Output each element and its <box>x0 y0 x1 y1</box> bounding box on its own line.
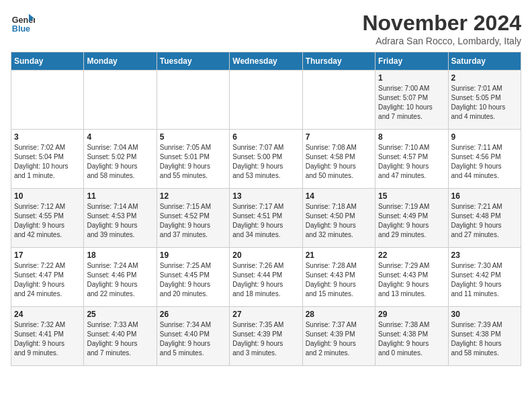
title-block: November 2024 Adrara San Rocco, Lombardy… <box>362 11 521 46</box>
day-info: Sunrise: 7:21 AM Sunset: 4:48 PM Dayligh… <box>451 202 518 240</box>
calendar-cell <box>157 71 229 130</box>
calendar-cell: 7Sunrise: 7:08 AM Sunset: 4:58 PM Daylig… <box>302 130 375 189</box>
day-number: 26 <box>160 310 226 319</box>
day-number: 18 <box>87 250 153 260</box>
calendar-cell <box>302 71 375 130</box>
location-subtitle: Adrara San Rocco, Lombardy, Italy <box>362 36 521 46</box>
day-info: Sunrise: 7:39 AM Sunset: 4:38 PM Dayligh… <box>451 320 518 358</box>
day-number: 11 <box>87 191 153 201</box>
day-info: Sunrise: 7:02 AM Sunset: 5:04 PM Dayligh… <box>14 143 81 181</box>
day-number: 8 <box>378 132 445 142</box>
day-info: Sunrise: 7:22 AM Sunset: 4:47 PM Dayligh… <box>14 261 81 299</box>
day-info: Sunrise: 7:30 AM Sunset: 4:42 PM Dayligh… <box>451 261 518 299</box>
day-info: Sunrise: 7:05 AM Sunset: 5:01 PM Dayligh… <box>160 143 226 181</box>
calendar-cell: 28Sunrise: 7:37 AM Sunset: 4:39 PM Dayli… <box>302 307 375 366</box>
weekday-header-sunday: Sunday <box>11 52 84 71</box>
weekday-header-wednesday: Wednesday <box>230 52 302 71</box>
calendar-cell: 20Sunrise: 7:26 AM Sunset: 4:44 PM Dayli… <box>230 248 302 307</box>
calendar-week-2: 3Sunrise: 7:02 AM Sunset: 5:04 PM Daylig… <box>11 130 521 189</box>
day-number: 29 <box>378 310 445 319</box>
day-number: 12 <box>160 191 226 201</box>
day-number: 27 <box>232 310 299 319</box>
calendar-cell: 22Sunrise: 7:29 AM Sunset: 4:43 PM Dayli… <box>375 248 448 307</box>
day-number: 5 <box>160 132 226 142</box>
day-info: Sunrise: 7:07 AM Sunset: 5:00 PM Dayligh… <box>232 143 299 181</box>
day-number: 25 <box>87 310 153 319</box>
day-info: Sunrise: 7:00 AM Sunset: 5:07 PM Dayligh… <box>378 84 445 122</box>
calendar-cell: 25Sunrise: 7:33 AM Sunset: 4:40 PM Dayli… <box>84 307 157 366</box>
day-number: 15 <box>378 191 445 201</box>
day-number: 3 <box>14 132 81 142</box>
day-number: 23 <box>451 250 518 260</box>
weekday-row: SundayMondayTuesdayWednesdayThursdayFrid… <box>11 52 521 71</box>
calendar-cell: 4Sunrise: 7:04 AM Sunset: 5:02 PM Daylig… <box>84 130 157 189</box>
calendar-cell: 17Sunrise: 7:22 AM Sunset: 4:47 PM Dayli… <box>11 248 84 307</box>
day-info: Sunrise: 7:35 AM Sunset: 4:39 PM Dayligh… <box>232 320 299 358</box>
calendar-cell: 16Sunrise: 7:21 AM Sunset: 4:48 PM Dayli… <box>448 189 521 248</box>
calendar-header: SundayMondayTuesdayWednesdayThursdayFrid… <box>11 52 521 71</box>
calendar-cell <box>11 71 84 130</box>
weekday-header-saturday: Saturday <box>448 52 521 71</box>
day-number: 14 <box>306 191 372 201</box>
day-info: Sunrise: 7:11 AM Sunset: 4:56 PM Dayligh… <box>451 143 518 181</box>
logo-icon: General Blue <box>11 11 35 35</box>
month-title: November 2024 <box>362 11 521 36</box>
calendar-cell: 1Sunrise: 7:00 AM Sunset: 5:07 PM Daylig… <box>375 71 448 130</box>
page-header: General Blue November 2024 Adrara San Ro… <box>11 11 521 46</box>
weekday-header-thursday: Thursday <box>302 52 375 71</box>
calendar-cell: 18Sunrise: 7:24 AM Sunset: 4:46 PM Dayli… <box>84 248 157 307</box>
day-info: Sunrise: 7:18 AM Sunset: 4:50 PM Dayligh… <box>306 202 372 240</box>
day-number: 24 <box>14 310 81 319</box>
day-info: Sunrise: 7:33 AM Sunset: 4:40 PM Dayligh… <box>87 320 153 358</box>
calendar-cell: 27Sunrise: 7:35 AM Sunset: 4:39 PM Dayli… <box>230 307 302 366</box>
calendar-week-5: 24Sunrise: 7:32 AM Sunset: 4:41 PM Dayli… <box>11 307 521 366</box>
calendar-cell: 13Sunrise: 7:17 AM Sunset: 4:51 PM Dayli… <box>230 189 302 248</box>
day-info: Sunrise: 7:15 AM Sunset: 4:52 PM Dayligh… <box>160 202 226 240</box>
day-info: Sunrise: 7:28 AM Sunset: 4:43 PM Dayligh… <box>306 261 372 299</box>
calendar-cell: 29Sunrise: 7:38 AM Sunset: 4:38 PM Dayli… <box>375 307 448 366</box>
day-number: 20 <box>232 250 299 260</box>
calendar-cell: 24Sunrise: 7:32 AM Sunset: 4:41 PM Dayli… <box>11 307 84 366</box>
day-number: 2 <box>451 73 518 83</box>
day-number: 13 <box>232 191 299 201</box>
calendar-cell <box>84 71 157 130</box>
day-info: Sunrise: 7:26 AM Sunset: 4:44 PM Dayligh… <box>232 261 299 299</box>
day-info: Sunrise: 7:17 AM Sunset: 4:51 PM Dayligh… <box>232 202 299 240</box>
day-number: 9 <box>451 132 518 142</box>
day-info: Sunrise: 7:24 AM Sunset: 4:46 PM Dayligh… <box>87 261 153 299</box>
svg-text:Blue: Blue <box>12 24 30 34</box>
calendar-cell: 9Sunrise: 7:11 AM Sunset: 4:56 PM Daylig… <box>448 130 521 189</box>
day-number: 17 <box>14 250 81 260</box>
calendar-cell: 26Sunrise: 7:34 AM Sunset: 4:40 PM Dayli… <box>157 307 229 366</box>
day-info: Sunrise: 7:37 AM Sunset: 4:39 PM Dayligh… <box>306 320 372 358</box>
logo: General Blue <box>11 11 35 35</box>
calendar-week-3: 10Sunrise: 7:12 AM Sunset: 4:55 PM Dayli… <box>11 189 521 248</box>
day-info: Sunrise: 7:10 AM Sunset: 4:57 PM Dayligh… <box>378 143 445 181</box>
calendar-cell: 15Sunrise: 7:19 AM Sunset: 4:49 PM Dayli… <box>375 189 448 248</box>
calendar-cell: 2Sunrise: 7:01 AM Sunset: 5:05 PM Daylig… <box>448 71 521 130</box>
weekday-header-monday: Monday <box>84 52 157 71</box>
calendar-cell: 5Sunrise: 7:05 AM Sunset: 5:01 PM Daylig… <box>157 130 229 189</box>
day-number: 22 <box>378 250 445 260</box>
calendar-cell: 10Sunrise: 7:12 AM Sunset: 4:55 PM Dayli… <box>11 189 84 248</box>
calendar-cell: 30Sunrise: 7:39 AM Sunset: 4:38 PM Dayli… <box>448 307 521 366</box>
day-number: 30 <box>451 310 518 319</box>
calendar-cell: 11Sunrise: 7:14 AM Sunset: 4:53 PM Dayli… <box>84 189 157 248</box>
day-info: Sunrise: 7:32 AM Sunset: 4:41 PM Dayligh… <box>14 320 81 358</box>
day-info: Sunrise: 7:29 AM Sunset: 4:43 PM Dayligh… <box>378 261 445 299</box>
calendar-week-4: 17Sunrise: 7:22 AM Sunset: 4:47 PM Dayli… <box>11 248 521 307</box>
calendar-body: 1Sunrise: 7:00 AM Sunset: 5:07 PM Daylig… <box>11 71 521 366</box>
calendar-cell: 23Sunrise: 7:30 AM Sunset: 4:42 PM Dayli… <box>448 248 521 307</box>
day-info: Sunrise: 7:14 AM Sunset: 4:53 PM Dayligh… <box>87 202 153 240</box>
day-number: 19 <box>160 250 226 260</box>
calendar-cell: 21Sunrise: 7:28 AM Sunset: 4:43 PM Dayli… <box>302 248 375 307</box>
day-info: Sunrise: 7:04 AM Sunset: 5:02 PM Dayligh… <box>87 143 153 181</box>
calendar-cell: 12Sunrise: 7:15 AM Sunset: 4:52 PM Dayli… <box>157 189 229 248</box>
calendar-cell: 14Sunrise: 7:18 AM Sunset: 4:50 PM Dayli… <box>302 189 375 248</box>
day-number: 21 <box>306 250 372 260</box>
day-number: 1 <box>378 73 445 83</box>
day-number: 10 <box>14 191 81 201</box>
day-info: Sunrise: 7:01 AM Sunset: 5:05 PM Dayligh… <box>451 84 518 122</box>
day-number: 7 <box>306 132 372 142</box>
weekday-header-friday: Friday <box>375 52 448 71</box>
